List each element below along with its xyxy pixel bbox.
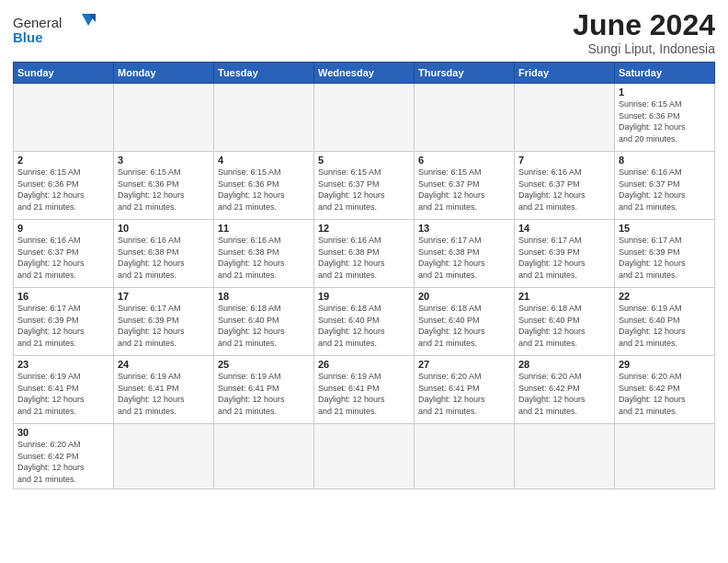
header-saturday: Saturday bbox=[615, 63, 715, 84]
day-17: 17 Sunrise: 6:17 AMSunset: 6:39 PMDaylig… bbox=[114, 288, 214, 356]
header-thursday: Thursday bbox=[415, 63, 515, 84]
empty-cell bbox=[415, 424, 515, 488]
day-3: 3 Sunrise: 6:15 AMSunset: 6:36 PMDayligh… bbox=[114, 152, 214, 220]
day-18: 18 Sunrise: 6:18 AMSunset: 6:40 PMDaylig… bbox=[214, 288, 314, 356]
logo-svg: General Blue bbox=[13, 9, 96, 46]
day-8: 8 Sunrise: 6:16 AMSunset: 6:37 PMDayligh… bbox=[615, 152, 715, 220]
day-30: 30 Sunrise: 6:20 AMSunset: 6:42 PMDaylig… bbox=[14, 424, 114, 488]
weekday-header-row: Sunday Monday Tuesday Wednesday Thursday… bbox=[14, 63, 715, 84]
day-25: 25 Sunrise: 6:19 AMSunset: 6:41 PMDaylig… bbox=[214, 356, 314, 424]
day-10: 10 Sunrise: 6:16 AMSunset: 6:38 PMDaylig… bbox=[114, 220, 214, 288]
empty-cell bbox=[14, 84, 114, 152]
day-24: 24 Sunrise: 6:19 AMSunset: 6:41 PMDaylig… bbox=[114, 356, 214, 424]
svg-text:Blue: Blue bbox=[13, 29, 43, 45]
title-block: June 2024 Sungi Liput, Indonesia bbox=[573, 9, 715, 56]
day-23: 23 Sunrise: 6:19 AMSunset: 6:41 PMDaylig… bbox=[14, 356, 114, 424]
day-21: 21 Sunrise: 6:18 AMSunset: 6:40 PMDaylig… bbox=[515, 288, 615, 356]
location-subtitle: Sungi Liput, Indonesia bbox=[573, 41, 715, 56]
day-13: 13 Sunrise: 6:17 AMSunset: 6:38 PMDaylig… bbox=[415, 220, 515, 288]
day-6: 6 Sunrise: 6:15 AMSunset: 6:37 PMDayligh… bbox=[415, 152, 515, 220]
week-1: 1 Sunrise: 6:15 AMSunset: 6:36 PMDayligh… bbox=[14, 84, 715, 152]
empty-cell bbox=[214, 84, 314, 152]
empty-cell bbox=[615, 424, 715, 488]
day-7: 7 Sunrise: 6:16 AMSunset: 6:37 PMDayligh… bbox=[515, 152, 615, 220]
day-19: 19 Sunrise: 6:18 AMSunset: 6:40 PMDaylig… bbox=[314, 288, 415, 356]
header-friday: Friday bbox=[515, 63, 615, 84]
week-2: 2 Sunrise: 6:15 AMSunset: 6:36 PMDayligh… bbox=[14, 152, 715, 220]
day-2: 2 Sunrise: 6:15 AMSunset: 6:36 PMDayligh… bbox=[14, 152, 114, 220]
day-20: 20 Sunrise: 6:18 AMSunset: 6:40 PMDaylig… bbox=[415, 288, 515, 356]
month-title: June 2024 bbox=[573, 9, 715, 41]
empty-cell bbox=[515, 84, 615, 152]
calendar: Sunday Monday Tuesday Wednesday Thursday… bbox=[13, 62, 715, 488]
day-15: 15 Sunrise: 6:17 AMSunset: 6:39 PMDaylig… bbox=[615, 220, 715, 288]
day-1: 1 Sunrise: 6:15 AMSunset: 6:36 PMDayligh… bbox=[615, 84, 715, 152]
day-28: 28 Sunrise: 6:20 AMSunset: 6:42 PMDaylig… bbox=[515, 356, 615, 424]
day-14: 14 Sunrise: 6:17 AMSunset: 6:39 PMDaylig… bbox=[515, 220, 615, 288]
day-1-info: Sunrise: 6:15 AMSunset: 6:36 PMDaylight:… bbox=[619, 98, 711, 144]
empty-cell bbox=[314, 424, 415, 488]
empty-cell bbox=[214, 424, 314, 488]
header-tuesday: Tuesday bbox=[214, 63, 314, 84]
day-4: 4 Sunrise: 6:15 AMSunset: 6:36 PMDayligh… bbox=[214, 152, 314, 220]
day-11: 11 Sunrise: 6:16 AMSunset: 6:38 PMDaylig… bbox=[214, 220, 314, 288]
empty-cell bbox=[114, 84, 214, 152]
week-5: 23 Sunrise: 6:19 AMSunset: 6:41 PMDaylig… bbox=[14, 356, 715, 424]
empty-cell bbox=[314, 84, 415, 152]
day-5: 5 Sunrise: 6:15 AMSunset: 6:37 PMDayligh… bbox=[314, 152, 415, 220]
header-sunday: Sunday bbox=[14, 63, 114, 84]
header-monday: Monday bbox=[114, 63, 214, 84]
day-12: 12 Sunrise: 6:16 AMSunset: 6:38 PMDaylig… bbox=[314, 220, 415, 288]
day-29: 29 Sunrise: 6:20 AMSunset: 6:42 PMDaylig… bbox=[615, 356, 715, 424]
empty-cell bbox=[515, 424, 615, 488]
week-6: 30 Sunrise: 6:20 AMSunset: 6:42 PMDaylig… bbox=[14, 424, 715, 488]
header: General Blue June 2024 Sungi Liput, Indo… bbox=[13, 9, 715, 56]
week-3: 9 Sunrise: 6:16 AMSunset: 6:37 PMDayligh… bbox=[14, 220, 715, 288]
empty-cell bbox=[114, 424, 214, 488]
day-27: 27 Sunrise: 6:20 AMSunset: 6:41 PMDaylig… bbox=[415, 356, 515, 424]
day-9: 9 Sunrise: 6:16 AMSunset: 6:37 PMDayligh… bbox=[14, 220, 114, 288]
empty-cell bbox=[415, 84, 515, 152]
page: General Blue June 2024 Sungi Liput, Indo… bbox=[0, 0, 728, 563]
day-22: 22 Sunrise: 6:19 AMSunset: 6:40 PMDaylig… bbox=[615, 288, 715, 356]
day-16: 16 Sunrise: 6:17 AMSunset: 6:39 PMDaylig… bbox=[14, 288, 114, 356]
svg-text:General: General bbox=[13, 15, 62, 30]
logo: General Blue bbox=[13, 9, 96, 46]
header-wednesday: Wednesday bbox=[314, 63, 415, 84]
week-4: 16 Sunrise: 6:17 AMSunset: 6:39 PMDaylig… bbox=[14, 288, 715, 356]
day-26: 26 Sunrise: 6:19 AMSunset: 6:41 PMDaylig… bbox=[314, 356, 415, 424]
